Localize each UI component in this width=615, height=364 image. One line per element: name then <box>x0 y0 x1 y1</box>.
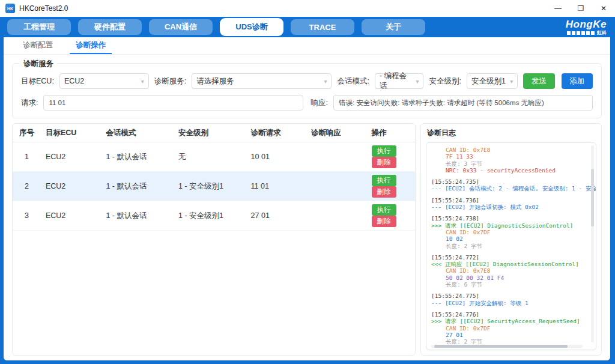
log-line: 50 02 00 32 01 F4 <box>431 275 586 281</box>
table-cell: 1 - 安全级别1 <box>174 172 246 201</box>
log-line: 10 02 <box>431 235 586 242</box>
log-horizontal-scrollbar-thumb[interactable] <box>434 345 568 348</box>
log-vertical-scrollbar-thumb[interactable] <box>591 169 594 226</box>
window-frame: 诊断配置诊断操作 诊断服务 目标ECU: ECU2 ▾ 诊断服务: 请选择服务 <box>0 37 615 364</box>
section-title: 诊断服务 <box>20 59 57 69</box>
log-line: [15:55:24.776] <box>431 311 586 318</box>
log-line: [15:55:24.772] <box>431 254 586 261</box>
log-line: <<< 正响应 [[ECU2] DiagnosticSessionControl… <box>431 261 586 267</box>
nav-tab-hardware[interactable]: 硬件配置 <box>78 19 142 35</box>
nav-tabs: 工程管理硬件配置CAN通信UDS诊断TRACE关于 <box>7 18 425 36</box>
table-header-row: 序号目标ECU会话模式安全级别诊断请求诊断响应操作 <box>13 124 415 142</box>
table-cell: ECU2 <box>41 172 101 201</box>
log-line: 长度: 3 字节 <box>431 160 586 167</box>
service-form-row: 目标ECU: ECU2 ▾ 诊断服务: 请选择服务 ▾ 会话模式: - 编程会话 <box>21 73 593 89</box>
log-vertical-scrollbar[interactable] <box>591 145 594 342</box>
minimize-icon[interactable]: — <box>547 0 569 17</box>
log-box[interactable]: CAN ID: 0x7E87F 11 33长度: 3 字节NRC: 0x33 -… <box>426 142 596 350</box>
table-actions-cell: 执行删除 <box>367 172 415 201</box>
app-icon: HK <box>5 4 15 13</box>
nav-tab-trace[interactable]: TRACE <box>291 19 354 35</box>
security-level-select[interactable]: 安全级别1 ▾ <box>467 73 518 89</box>
add-button[interactable]: 添加 <box>562 73 593 89</box>
delete-button[interactable]: 删除 <box>372 216 396 227</box>
chevron-down-icon: ▾ <box>141 78 144 85</box>
content-area: 诊断配置诊断操作 诊断服务 目标ECU: ECU2 ▾ 诊断服务: 请选择服务 <box>4 37 610 360</box>
table-cell: 1 - 安全级别1 <box>174 201 246 231</box>
send-button[interactable]: 发送 <box>523 73 554 89</box>
log-spacer <box>431 288 586 293</box>
diag-service-value: 请选择服务 <box>196 76 234 86</box>
nav-tab-project[interactable]: 工程管理 <box>7 19 71 35</box>
log-spacer <box>431 210 586 215</box>
nav-tab-uds[interactable]: UDS诊断 <box>220 18 283 36</box>
log-line: >>> 请求 [[ECU2] DiagnosticSessionControl] <box>431 222 586 229</box>
delete-button[interactable]: 删除 <box>372 186 396 198</box>
log-lines: CAN ID: 0x7E87F 11 33长度: 3 字节NRC: 0x33 -… <box>431 147 586 345</box>
log-line: NRC: 0x33 - securityAccessDenied <box>431 167 586 174</box>
maximize-icon[interactable]: ❐ <box>569 0 592 17</box>
log-line: [15:55:24.736] <box>431 197 586 204</box>
subtab-diag-config[interactable]: 诊断配置 <box>17 37 59 54</box>
log-horizontal-scrollbar[interactable] <box>431 345 583 348</box>
log-line: 27 01 <box>431 332 586 338</box>
table-cell <box>306 142 367 172</box>
chevron-down-icon: ▾ <box>416 78 419 85</box>
table-header-cell: 序号 <box>13 124 41 142</box>
table-actions-cell: 执行删除 <box>367 201 415 231</box>
log-title: 诊断日志 <box>427 128 596 138</box>
nav-tab-can[interactable]: CAN通信 <box>149 19 213 35</box>
response-input[interactable] <box>333 95 593 111</box>
execute-button[interactable]: 执行 <box>372 145 396 157</box>
logo-text: HongKe <box>566 19 607 29</box>
log-line: [15:55:24.775] <box>431 293 586 299</box>
table-cell: 11 01 <box>246 172 307 201</box>
response-label: 响应: <box>311 98 328 108</box>
table-cell: 1 - 默认会话 <box>101 201 174 231</box>
table-row[interactable]: 3ECU21 - 默认会话1 - 安全级别127 01执行删除 <box>13 201 415 231</box>
table-cell: 1 <box>13 142 41 172</box>
table-header-cell: 安全级别 <box>174 124 246 142</box>
main-panel: 诊断服务 目标ECU: ECU2 ▾ 诊断服务: 请选择服务 ▾ 会话模式: <box>4 55 610 360</box>
execute-button[interactable]: 执行 <box>372 204 396 216</box>
delete-button[interactable]: 删除 <box>372 157 396 168</box>
session-mode-label: 会话模式: <box>337 76 369 86</box>
close-icon[interactable]: ✕ <box>592 0 615 17</box>
table-actions-cell: 执行删除 <box>367 142 415 172</box>
log-line: CAN ID: 0x7E8 <box>431 147 586 153</box>
diag-service-select[interactable]: 请选择服务 ▾ <box>192 73 332 89</box>
target-ecu-value: ECU2 <box>64 77 84 85</box>
table-row[interactable]: 2ECU21 - 默认会话1 - 安全级别111 01执行删除 <box>13 172 415 201</box>
diag-service-label: 诊断服务: <box>154 76 186 86</box>
diagnostic-service-card: 诊断服务 目标ECU: ECU2 ▾ 诊断服务: 请选择服务 ▾ 会话模式: <box>12 63 602 118</box>
lower-section: 序号目标ECU会话模式安全级别诊断请求诊断响应操作 1ECU21 - 默认会话无… <box>12 123 602 356</box>
table-cell: 10 01 <box>246 142 307 172</box>
diag-table-body: 1ECU21 - 默认会话无10 01执行删除2ECU21 - 默认会话1 - … <box>13 142 415 231</box>
chevron-down-icon: ▾ <box>324 78 327 85</box>
nav-tab-about[interactable]: 关于 <box>362 19 425 35</box>
table-cell: ECU2 <box>41 201 101 231</box>
execute-button[interactable]: 执行 <box>372 175 396 186</box>
session-mode-select[interactable]: - 编程会话 ▾ <box>375 73 424 89</box>
diagnostic-table-card: 序号目标ECU会话模式安全级别诊断请求诊断响应操作 1ECU21 - 默认会话无… <box>12 123 416 356</box>
request-input[interactable] <box>43 95 303 111</box>
log-spacer <box>431 174 586 178</box>
log-spacer <box>431 306 586 311</box>
logo-squares: 虹科 <box>566 31 607 35</box>
window-controls: — ❐ ✕ <box>547 0 615 17</box>
table-header-cell: 诊断响应 <box>306 124 367 142</box>
app-window: HK HKCoreTest2.0 — ❐ ✕ 工程管理硬件配置CAN通信UDS诊… <box>0 0 615 364</box>
security-level-label: 安全级别: <box>429 76 461 86</box>
table-cell: 1 - 默认会话 <box>101 142 174 172</box>
subtab-diag-operate[interactable]: 诊断操作 <box>70 37 112 54</box>
table-cell: 2 <box>13 172 41 201</box>
log-spacer <box>431 192 586 197</box>
table-row[interactable]: 1ECU21 - 默认会话无10 01执行删除 <box>13 142 415 172</box>
target-ecu-select[interactable]: ECU2 ▾ <box>59 73 149 89</box>
table-cell: 1 - 默认会话 <box>101 172 174 201</box>
log-line: --- [ECU2] 开始会话切换: 模式 0x02 <box>431 204 586 210</box>
log-line: 7F 11 33 <box>431 153 586 160</box>
log-line: [15:55:24.735] <box>431 178 586 185</box>
request-label: 请求: <box>21 98 38 108</box>
table-cell: 27 01 <box>246 201 307 231</box>
